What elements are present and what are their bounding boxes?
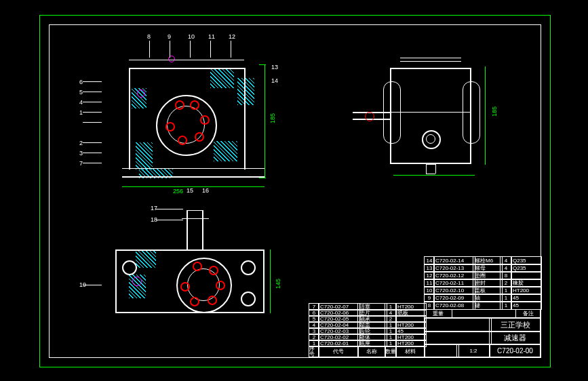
dim-bottom-left-v: 145 (275, 279, 281, 289)
dim-top-left-h: 256 (173, 188, 183, 195)
drawing-canvas[interactable]: 6 5 4 1 2 3 7 8 9 10 11 12 13 14 15 16 2… (0, 0, 588, 381)
balloon-5: 5 (79, 89, 83, 96)
hdr-code: 代号 (318, 346, 359, 357)
hdr-name: 名称 (357, 346, 386, 357)
balloon-6: 6 (79, 79, 83, 85)
balloon-10: 10 (188, 34, 195, 40)
title-scale: 1:2 (456, 344, 490, 358)
balloon-15: 15 (187, 188, 193, 194)
dim-top-right-v: 185 (492, 106, 498, 117)
title-dwgno: C720-02-00 (489, 344, 541, 358)
balloon-3: 3 (79, 151, 83, 157)
title-block: 三正学校 减速器 C720-02-00 1:2 (424, 317, 541, 357)
title-company: 三正学校 (489, 318, 541, 332)
balloon-17: 17 (151, 205, 157, 212)
parts-cell-name: 键 (473, 301, 503, 310)
balloon-14: 14 (271, 78, 278, 84)
balloon-19: 19 (79, 282, 86, 288)
view-top-left (102, 41, 292, 197)
balloon-9: 9 (168, 34, 171, 40)
balloon-18: 18 (151, 217, 157, 223)
balloon-7: 7 (79, 161, 83, 167)
balloon-2: 2 (79, 140, 83, 146)
balloon-16: 16 (202, 188, 209, 194)
balloon-1: 1 (79, 110, 83, 116)
hdr-mat: 材料 (395, 346, 425, 357)
balloon-8: 8 (147, 34, 151, 40)
view-bottom-left (102, 210, 292, 332)
view-top-right (353, 47, 509, 183)
title-title: 减速器 (489, 331, 541, 345)
balloon-12: 12 (229, 34, 235, 40)
balloon-4: 4 (79, 100, 83, 106)
balloon-11: 11 (208, 34, 215, 40)
balloon-13: 13 (271, 64, 278, 71)
dim-top-left-v: 185 (270, 113, 276, 123)
